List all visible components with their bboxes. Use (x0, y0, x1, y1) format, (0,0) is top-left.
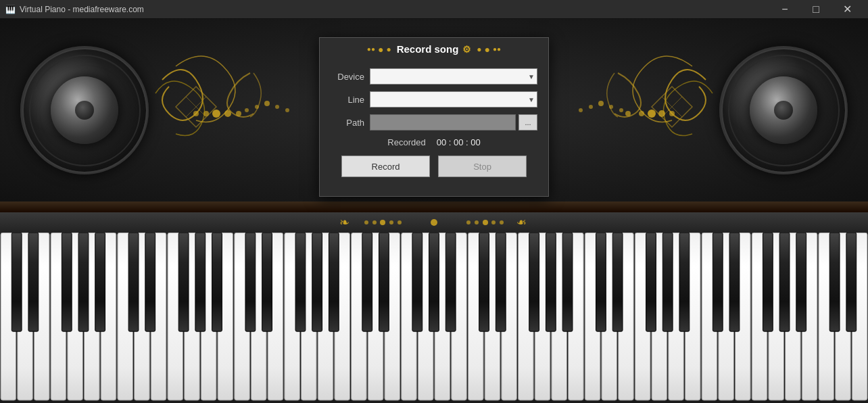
svg-rect-120 (796, 233, 806, 331)
svg-rect-94 (195, 233, 206, 331)
close-button[interactable]: ✕ (831, 0, 863, 19)
path-browse-button[interactable]: ... (519, 114, 537, 131)
dialog-title-dots-left: ●● ● ● (367, 44, 391, 55)
app-title: Virtual Piano - mediafreeware.com (20, 5, 144, 14)
ornament-right (577, 39, 726, 181)
title-bar: 🎹 Virtual Piano - mediafreeware.com − □ … (0, 0, 868, 19)
svg-text:❧: ❧ (339, 216, 349, 229)
svg-rect-111 (596, 233, 606, 331)
svg-rect-121 (829, 233, 840, 331)
svg-point-21 (364, 220, 368, 224)
svg-point-31 (500, 220, 504, 224)
svg-point-26 (431, 219, 437, 226)
title-bar-left: 🎹 Virtual Piano - mediafreeware.com (5, 5, 144, 14)
svg-rect-119 (779, 233, 790, 331)
svg-rect-88 (62, 233, 72, 331)
minimize-button[interactable]: − (769, 0, 800, 19)
svg-rect-109 (546, 233, 556, 331)
path-input[interactable] (370, 114, 516, 131)
record-song-dialog: ●● ● ● Record song ⚙ ● ● ●● Device (319, 37, 549, 197)
svg-point-22 (372, 220, 377, 224)
speaker-center-left (75, 101, 94, 120)
recorded-label: Recorded (387, 137, 425, 147)
svg-point-17 (648, 110, 656, 118)
svg-rect-102 (379, 233, 389, 331)
svg-rect-95 (212, 233, 222, 331)
dialog-title-text: Record song (397, 43, 459, 55)
maximize-button[interactable]: □ (800, 0, 831, 19)
button-row: Record Stop (331, 156, 537, 177)
dialog-title: Record song ⚙ (397, 43, 472, 55)
svg-rect-91 (128, 233, 139, 331)
svg-point-10 (579, 108, 583, 112)
svg-point-27 (466, 220, 471, 224)
svg-rect-92 (145, 233, 155, 331)
device-row: Device ▼ (331, 68, 537, 85)
speaker-cone-right (719, 46, 848, 174)
svg-rect-110 (562, 233, 573, 331)
device-select[interactable] (370, 68, 537, 85)
main-area: ●● ● ● Record song ⚙ ● ● ●● Device (0, 19, 868, 403)
title-bar-controls: − □ ✕ (769, 0, 863, 19)
dialog-body: Device ▼ Line ▼ (320, 60, 548, 185)
svg-point-29 (483, 220, 488, 225)
svg-rect-118 (763, 233, 773, 331)
recorded-time: 00 : 00 : 00 (437, 137, 481, 147)
svg-point-7 (264, 101, 270, 106)
svg-rect-112 (612, 233, 623, 331)
piano-keyboard (0, 233, 868, 403)
svg-rect-103 (412, 233, 423, 331)
svg-rect-115 (679, 233, 690, 331)
svg-rect-117 (729, 233, 740, 331)
line-select[interactable] (370, 91, 537, 108)
svg-text:❧: ❧ (516, 216, 527, 229)
device-label: Device (331, 72, 364, 82)
record-button[interactable]: Record (341, 156, 430, 177)
svg-rect-116 (713, 233, 723, 331)
svg-rect-106 (479, 233, 489, 331)
svg-point-28 (475, 220, 479, 224)
svg-point-2 (212, 110, 220, 118)
svg-point-15 (625, 111, 631, 116)
app-icon: 🎹 (5, 5, 16, 14)
svg-point-19 (669, 111, 675, 116)
svg-point-8 (275, 105, 279, 109)
svg-point-5 (245, 108, 249, 112)
svg-rect-107 (496, 233, 506, 331)
svg-rect-93 (178, 233, 189, 331)
speaker-cone-left (20, 46, 149, 174)
svg-rect-104 (429, 233, 439, 331)
svg-point-16 (639, 111, 644, 116)
svg-point-18 (658, 110, 665, 117)
svg-point-12 (598, 101, 604, 106)
line-row: Line ▼ (331, 91, 537, 108)
svg-point-30 (491, 220, 496, 224)
svg-rect-86 (11, 233, 22, 331)
svg-rect-108 (529, 233, 539, 331)
speaker-right (713, 32, 854, 188)
ornament-left (142, 39, 291, 181)
svg-point-9 (285, 108, 289, 112)
svg-point-24 (389, 220, 393, 224)
piano-header-ornament: ❧ ❧ (333, 213, 535, 232)
svg-rect-96 (245, 233, 256, 331)
svg-rect-101 (362, 233, 372, 331)
svg-rect-100 (329, 233, 339, 331)
svg-rect-114 (662, 233, 673, 331)
svg-rect-105 (445, 233, 456, 331)
piano-keys-svg (0, 233, 868, 403)
svg-rect-90 (95, 233, 105, 331)
svg-point-23 (380, 220, 385, 225)
line-label: Line (331, 95, 364, 105)
recorded-row: Recorded 00 : 00 : 00 (331, 137, 537, 147)
svg-rect-113 (646, 233, 656, 331)
upper-section: ●● ● ● Record song ⚙ ● ● ●● Device (0, 19, 868, 202)
svg-rect-97 (262, 233, 272, 331)
stop-button[interactable]: Stop (438, 156, 527, 177)
line-select-wrapper: ▼ (370, 91, 537, 108)
svg-rect-89 (78, 233, 89, 331)
path-input-wrapper: ... (370, 114, 537, 131)
svg-rect-99 (312, 233, 322, 331)
piano-header: ❧ ❧ (0, 212, 868, 233)
path-label: Path (331, 118, 364, 128)
